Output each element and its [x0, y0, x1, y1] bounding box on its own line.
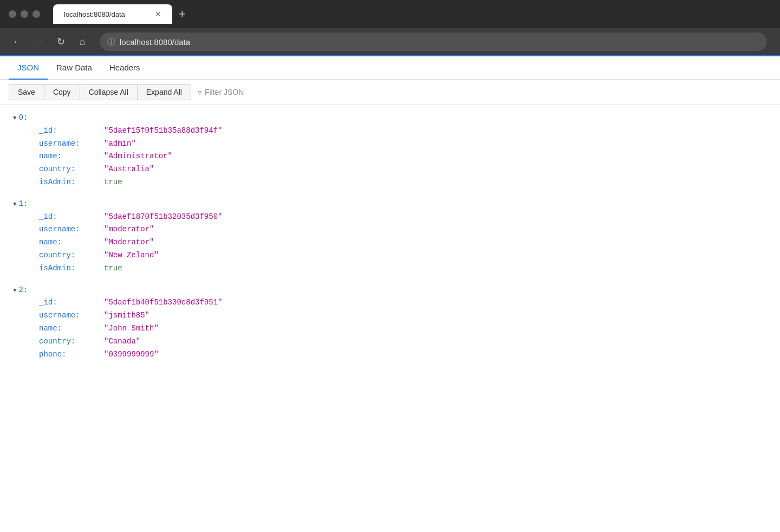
- json-field-row: name:"Administrator": [13, 150, 767, 163]
- tab-close-icon[interactable]: ✕: [155, 10, 161, 18]
- address-text: localhost:8080/data: [120, 37, 190, 47]
- json-value-bool: true: [104, 262, 122, 275]
- save-button[interactable]: Save: [9, 84, 44, 100]
- json-field-key: name:: [39, 150, 104, 163]
- traffic-light-fullscreen[interactable]: [32, 10, 40, 18]
- json-field-key: isAdmin:: [39, 262, 104, 275]
- json-value-string: "New Zeland": [104, 249, 159, 262]
- json-field-row: country:"Australia": [13, 163, 767, 176]
- tab-json[interactable]: JSON: [9, 56, 48, 80]
- traffic-lights: [9, 10, 40, 18]
- collapse-arrow[interactable]: ▼: [13, 199, 17, 210]
- json-field-key: phone:: [39, 348, 104, 361]
- json-field-key: _id:: [39, 125, 104, 138]
- json-content: ▼0:_id:"5daef15f0f51b35a88d3f94f"usernam…: [0, 105, 780, 376]
- json-index-line: ▼0:: [13, 112, 767, 125]
- json-index: 2:: [19, 284, 28, 297]
- home-button[interactable]: ⌂: [74, 33, 91, 50]
- json-index: 0:: [19, 112, 28, 125]
- json-value-string: "Moderator": [104, 236, 154, 249]
- json-field-key: country:: [39, 335, 104, 348]
- back-button[interactable]: ←: [9, 33, 26, 50]
- reload-button[interactable]: ↻: [52, 33, 69, 50]
- json-array-item: ▼0:_id:"5daef15f0f51b35a88d3f94f"usernam…: [13, 112, 767, 193]
- titlebar: localhost:8080/data ✕ +: [0, 0, 780, 28]
- filter-json-button[interactable]: ▿ Filter JSON: [191, 85, 250, 100]
- address-bar[interactable]: ⓘ localhost:8080/data: [100, 33, 767, 51]
- json-value-string: "Canada": [104, 335, 140, 348]
- json-value-bool: true: [104, 176, 122, 189]
- json-value-string: "5daef1b40f51b330c8d3f951": [104, 296, 222, 309]
- forward-button[interactable]: →: [30, 33, 48, 50]
- browser-tab-title: localhost:8080/data: [64, 10, 148, 18]
- traffic-light-minimize[interactable]: [21, 10, 28, 18]
- json-value-string: "Australia": [104, 163, 154, 176]
- address-url: localhost:8080/data: [120, 37, 190, 47]
- filter-icon: ▿: [198, 88, 202, 96]
- json-value-string: "5daef1870f51b32035d3f950": [104, 211, 222, 224]
- expand-all-button[interactable]: Expand All: [137, 84, 191, 100]
- new-tab-button[interactable]: +: [179, 7, 186, 21]
- tab-raw-data[interactable]: Raw Data: [48, 56, 101, 80]
- json-field-row: isAdmin:true: [13, 262, 767, 275]
- json-field-row: _id:"5daef1b40f51b330c8d3f951": [13, 296, 767, 309]
- json-field-row: username:"admin": [13, 138, 767, 151]
- json-index-line: ▼1:: [13, 198, 767, 211]
- traffic-light-close[interactable]: [9, 10, 16, 18]
- json-field-row: name:"John Smith": [13, 322, 767, 335]
- json-field-key: isAdmin:: [39, 176, 104, 189]
- json-field-key: country:: [39, 163, 104, 176]
- json-field-row: username:"jsmith85": [13, 309, 767, 322]
- json-field-row: username:"moderator": [13, 223, 767, 236]
- json-field-row: phone:"0399999999": [13, 348, 767, 361]
- tabs-row: JSON Raw Data Headers: [0, 56, 780, 80]
- json-field-row: country:"Canada": [13, 335, 767, 348]
- json-value-string: "moderator": [104, 223, 154, 236]
- copy-button[interactable]: Copy: [44, 84, 80, 100]
- json-value-string: "admin": [104, 138, 136, 151]
- json-value-string: "0399999999": [104, 348, 159, 361]
- json-value-string: "Administrator": [104, 150, 172, 163]
- json-field-key: country:: [39, 249, 104, 262]
- json-field-key: _id:: [39, 211, 104, 224]
- json-field-row: _id:"5daef15f0f51b35a88d3f94f": [13, 125, 767, 138]
- json-field-row: country:"New Zeland": [13, 249, 767, 262]
- json-value-string: "John Smith": [104, 322, 159, 335]
- json-field-key: username:: [39, 223, 104, 236]
- json-field-row: isAdmin:true: [13, 176, 767, 189]
- collapse-arrow[interactable]: ▼: [13, 286, 17, 296]
- browser-tab-active[interactable]: localhost:8080/data ✕: [53, 4, 172, 24]
- json-index: 1:: [19, 198, 28, 211]
- json-value-string: "5daef15f0f51b35a88d3f94f": [104, 125, 222, 138]
- info-icon: ⓘ: [107, 37, 115, 47]
- tab-headers[interactable]: Headers: [101, 56, 149, 80]
- json-field-key: name:: [39, 322, 104, 335]
- json-field-key: _id:: [39, 296, 104, 309]
- tab-bar: localhost:8080/data ✕ +: [53, 4, 771, 24]
- collapse-arrow[interactable]: ▼: [13, 113, 17, 124]
- navbar: ← → ↻ ⌂ ⓘ localhost:8080/data: [0, 28, 780, 56]
- collapse-all-button[interactable]: Collapse All: [80, 84, 137, 100]
- json-array-item: ▼2:_id:"5daef1b40f51b330c8d3f951"usernam…: [13, 284, 767, 366]
- json-field-key: username:: [39, 309, 104, 322]
- json-index-line: ▼2:: [13, 284, 767, 297]
- json-value-string: "jsmith85": [104, 309, 150, 322]
- json-field-row: name:"Moderator": [13, 236, 767, 249]
- json-field-key: username:: [39, 138, 104, 151]
- json-array-item: ▼1:_id:"5daef1870f51b32035d3f950"usernam…: [13, 198, 767, 280]
- filter-label: Filter JSON: [205, 88, 244, 96]
- json-field-key: name:: [39, 236, 104, 249]
- json-field-row: _id:"5daef1870f51b32035d3f950": [13, 211, 767, 224]
- toolbar: Save Copy Collapse All Expand All ▿ Filt…: [0, 80, 780, 105]
